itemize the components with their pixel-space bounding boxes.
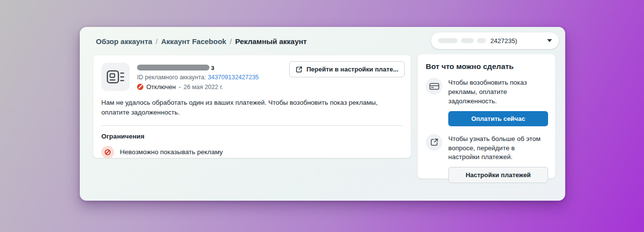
ad-account-name: з [137,64,259,71]
pay-balance-text: Чтобы возобновить показ рекламы, оплатит… [448,78,547,106]
ad-account-card: з ID рекламного аккаунта: 34370913242723… [93,55,411,158]
chevron-down-icon [547,39,552,42]
account-overview-panel: Обзор аккаунта / Аккаунт Facebook / Рекл… [80,27,565,201]
cannot-run-ads-icon [101,146,114,159]
ad-account-status-line: Отключен • 26 мая 2022 г. [137,83,259,91]
pay-now-button[interactable]: Оплатить сейчас [448,111,548,126]
ad-account-info: з ID рекламного аккаунта: 34370913242723… [137,63,259,91]
ad-account-id-line: ID рекламного аккаунта: 343709132427235 [137,74,259,81]
redacted-text [477,38,486,43]
status-separator: • [179,84,181,90]
go-to-payment-settings-button[interactable]: Перейти в настройки плате... [289,61,405,77]
action-panel-title: Вот что можно сделать [426,62,547,71]
restrictions-title: Ограничения [101,133,403,140]
external-link-icon [296,66,302,73]
divider [101,125,403,126]
status-date: 26 мая 2022 г. [184,84,223,91]
ad-account-avatar [101,63,130,91]
disabled-status-icon [137,84,143,90]
account-selector-dropdown[interactable]: 2427235) [431,32,559,49]
restriction-label: Невозможно показывать рекламу [120,148,223,156]
ad-account-id-link[interactable]: 343709132427235 [208,74,259,81]
go-to-payment-settings-label: Перейти в настройки плате... [306,66,398,73]
account-name-redacted [137,65,209,70]
breadcrumb-item-account-overview[interactable]: Обзор аккаунта [96,37,152,46]
ad-account-header: з ID рекламного аккаунта: 34370913242723… [93,55,411,91]
status-label: Отключен [146,83,176,91]
ad-account-id-label: ID рекламного аккаунта: [137,74,206,81]
redacted-text [438,38,458,43]
external-link-icon [426,134,442,151]
restriction-item: Невозможно показывать рекламу [101,146,403,159]
breadcrumb-item-ad-account: Рекламный аккаунт [235,37,307,46]
account-selector-value: 2427235) [490,37,517,45]
ad-account-icon [107,70,124,84]
action-item-payment-settings: Чтобы узнать больше об этом вопросе, пер… [426,134,547,162]
breadcrumb-separator: / [156,37,158,46]
breadcrumb-separator: / [230,37,231,46]
action-item-pay-balance: Чтобы возобновить показ рекламы, оплатит… [426,78,547,106]
payment-settings-text: Чтобы узнать больше об этом вопросе, пер… [448,134,547,162]
account-name-suffix: з [211,64,214,71]
breadcrumb: Обзор аккаунта / Аккаунт Facebook / Рекл… [96,37,307,46]
payment-issue-description: Нам не удалось обработать один из ваших … [101,98,395,118]
action-panel: Вот что можно сделать Чтобы возобновить … [417,54,555,179]
breadcrumb-item-facebook-account[interactable]: Аккаунт Facebook [161,37,226,46]
credit-card-icon [426,78,442,94]
payment-settings-button[interactable]: Настройки платежей [448,167,548,183]
redacted-text [461,38,474,43]
